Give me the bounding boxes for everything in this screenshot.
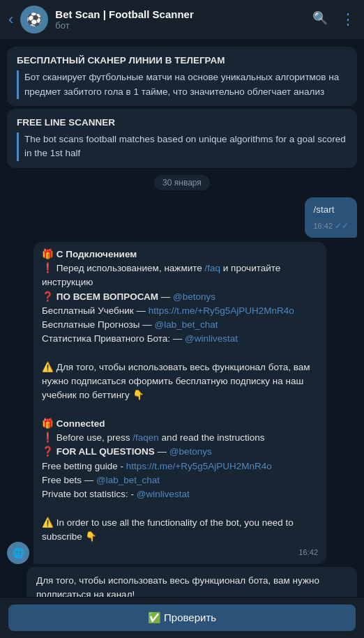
channel-msg-body-1: Бот сканирует футбольные матчи на основе… (17, 70, 347, 99)
bot-message-avatar: 🌐 (7, 542, 29, 564)
channel-message-2: FREE LINE SCANNER The bot scans football… (7, 109, 357, 168)
check-button[interactable]: ✅ Проверить (8, 605, 356, 631)
back-button[interactable]: ‹ (8, 10, 13, 29)
bottom-bar: ✅ Проверить (0, 597, 364, 638)
bot-welcome-time: 16:42 (42, 547, 318, 559)
user-message-row: /start 16:42 ✓✓ (7, 197, 357, 238)
bets-link-ru[interactable]: @lab_bet_chat (154, 319, 218, 330)
faq-link-ru[interactable]: /faq (205, 263, 221, 273)
more-icon[interactable]: ⋮ (340, 10, 356, 29)
betonys-link-2[interactable]: @betonys (169, 446, 212, 457)
user-message-bubble: /start 16:42 ✓✓ (305, 197, 357, 238)
user-message-text: /start (313, 204, 334, 215)
channel-msg-title-2: FREE LINE SCANNER (17, 116, 347, 130)
user-message-time: 16:42 ✓✓ (313, 220, 349, 232)
guide-link-ru[interactable]: https://t.me/+Ry5g5AjPUH2MnR4o (149, 305, 294, 316)
faqen-link[interactable]: /faqen (132, 432, 159, 443)
stats-link-en[interactable]: @winlivestat (137, 489, 190, 499)
chat-area: БЕСПЛАТНЫЙ СКАНЕР ЛИНИИ В ТЕЛЕГРАМ Бот с… (0, 40, 364, 638)
channel-message-1: БЕСПЛАТНЫЙ СКАНЕР ЛИНИИ В ТЕЛЕГРАМ Бот с… (7, 47, 357, 106)
guide-link-en[interactable]: https://t.me/+Ry5g5AjPUH2MnR4o (126, 461, 272, 471)
header-actions: 🔍 ⋮ (312, 10, 356, 29)
bot-welcome-bubble: 🎁 С Подключением ❗ Перед использованием,… (33, 242, 326, 564)
bot-avatar: ⚽ (20, 6, 48, 33)
chat-subtitle: бот (55, 20, 312, 31)
betonys-link-1[interactable]: @betonys (173, 291, 215, 302)
bot-welcome-text: 🎁 С Подключением ❗ Перед использованием,… (42, 248, 318, 544)
search-icon[interactable]: 🔍 (312, 10, 328, 29)
bot-message-row-1: 🌐 🎁 С Подключением ❗ Перед использование… (7, 242, 357, 564)
chat-header: ‹ ⚽ Bet Scan | Football Scanner бот 🔍 ⋮ (0, 0, 364, 40)
date-separator: 30 января (0, 175, 364, 190)
chat-title: Bet Scan | Football Scanner (55, 8, 312, 20)
channel-msg-body-2: The bot scans football matches based on … (17, 132, 347, 161)
bets-link-en[interactable]: @lab_bet_chat (96, 475, 160, 485)
double-check-icon: ✓✓ (335, 220, 349, 232)
channel-msg-title-1: БЕСПЛАТНЫЙ СКАНЕР ЛИНИИ В ТЕЛЕГРАМ (17, 54, 347, 68)
stats-link-ru[interactable]: @winlivestat (185, 333, 238, 344)
